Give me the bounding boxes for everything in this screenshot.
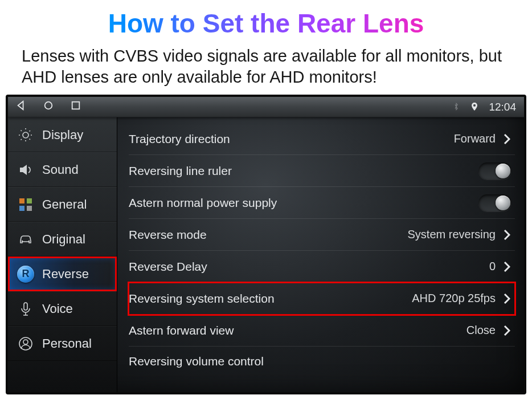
bluetooth-icon (452, 101, 460, 113)
sidebar-item-personal[interactable]: Personal (8, 326, 117, 361)
sidebar-item-sound[interactable]: Sound (8, 152, 117, 187)
sidebar-item-label: Voice (42, 302, 73, 316)
sidebar-item-reverse[interactable]: R Reverse (8, 256, 117, 291)
setting-label: Reversing volume control (129, 355, 264, 368)
svg-point-2 (23, 132, 28, 138)
sidebar-item-label: Reverse (42, 267, 89, 282)
setting-label: Reversing system selection (129, 292, 412, 306)
sidebar-item-voice[interactable]: Voice (8, 291, 117, 326)
setting-label: Astern forward view (129, 324, 466, 337)
setting-row-reversing-system-selection[interactable]: Reversing system selection AHD 720p 25fp… (129, 283, 515, 315)
setting-row-reversing-volume-control[interactable]: Reversing volume control (129, 347, 515, 368)
setting-row-reverse-mode[interactable]: Reverse mode System reversing (129, 219, 515, 251)
setting-value: Close (466, 324, 496, 337)
chevron-right-icon (499, 133, 515, 145)
person-icon (17, 335, 34, 352)
toggle-switch[interactable] (478, 162, 511, 180)
setting-row-astern-power-supply[interactable]: Astern normal power supply (129, 187, 515, 219)
sidebar-item-label: Sound (42, 162, 79, 177)
svg-point-8 (28, 240, 30, 242)
device-screenshot: 12:04 Display Sound General (6, 95, 526, 394)
page-subline: Lenses with CVBS video signals are avail… (0, 44, 532, 95)
setting-label: Trajectory direction (129, 132, 454, 146)
setting-label: Reverse Delay (129, 260, 489, 274)
svg-point-7 (22, 240, 23, 242)
setting-row-astern-forward-view[interactable]: Astern forward view Close (129, 315, 515, 347)
svg-rect-4 (27, 198, 32, 203)
sidebar-item-display[interactable]: Display (8, 117, 117, 152)
home-icon[interactable] (43, 100, 54, 113)
grid-icon (17, 196, 34, 213)
svg-rect-3 (19, 198, 24, 203)
setting-label: Reversing line ruler (129, 164, 478, 178)
setting-label: Astern normal power supply (129, 196, 478, 210)
sidebar-item-label: Personal (42, 336, 92, 351)
sidebar-item-label: General (42, 197, 87, 212)
brightness-icon (17, 127, 34, 144)
svg-rect-6 (27, 206, 32, 211)
recent-apps-icon[interactable] (71, 100, 81, 113)
settings-panel: Trajectory direction Forward Reversing l… (117, 117, 524, 392)
car-icon (17, 231, 34, 248)
page-headline: How to Set the Rear Lens (0, 0, 532, 44)
chevron-right-icon (499, 261, 515, 272)
setting-value: AHD 720p 25fps (412, 292, 496, 305)
svg-rect-9 (24, 303, 27, 310)
sidebar-item-label: Display (42, 128, 83, 142)
svg-point-0 (45, 102, 52, 109)
setting-row-reverse-delay[interactable]: Reverse Delay 0 (129, 251, 515, 283)
speaker-icon (17, 161, 34, 178)
clock-time: 12:04 (489, 101, 516, 113)
settings-sidebar: Display Sound General Original (8, 117, 117, 392)
svg-rect-1 (72, 102, 80, 109)
sidebar-item-original[interactable]: Original (8, 222, 117, 256)
status-bar: 12:04 (8, 97, 524, 117)
sidebar-item-general[interactable]: General (8, 187, 117, 222)
svg-rect-5 (19, 206, 24, 211)
setting-row-reversing-line-ruler[interactable]: Reversing line ruler (129, 155, 515, 187)
setting-value: Forward (454, 132, 496, 145)
chevron-right-icon (499, 293, 515, 304)
setting-value: 0 (489, 260, 496, 273)
sidebar-item-label: Original (42, 232, 85, 247)
toggle-switch[interactable] (478, 194, 511, 211)
chevron-right-icon (499, 229, 515, 241)
setting-value: System reversing (408, 228, 496, 241)
back-icon[interactable] (16, 100, 26, 113)
setting-label: Reverse mode (129, 228, 408, 242)
reverse-badge-icon: R (17, 266, 34, 283)
svg-point-11 (23, 340, 28, 344)
microphone-icon (17, 300, 34, 317)
location-icon (470, 101, 478, 113)
setting-row-trajectory-direction[interactable]: Trajectory direction Forward (129, 123, 515, 155)
chevron-right-icon (499, 325, 515, 336)
